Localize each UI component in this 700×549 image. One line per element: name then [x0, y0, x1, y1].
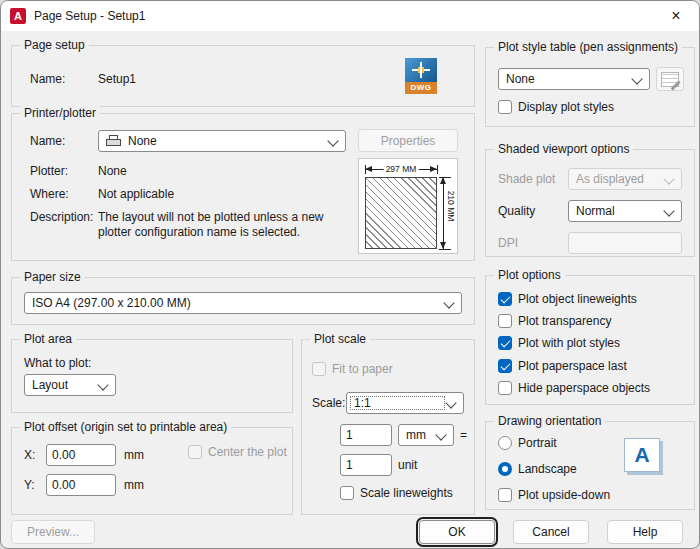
dimension-tick	[439, 249, 451, 250]
description-label: Description:	[30, 210, 93, 224]
offset-x-label: X:	[24, 448, 35, 462]
titlebar: A Page Setup - Setup1 ×	[1, 1, 699, 31]
setup-name-value: Setup1	[98, 72, 136, 86]
window-title: Page Setup - Setup1	[34, 9, 145, 23]
checkbox-label: Plot with plot styles	[518, 336, 620, 350]
offset-y-label: Y:	[24, 478, 35, 492]
center-the-plot-checkbox: Center the plot	[188, 445, 287, 459]
paper-size-combobox[interactable]: ISO A4 (297.00 x 210.00 MM)	[24, 292, 462, 314]
checkbox-label: Fit to paper	[332, 362, 393, 376]
chevron-down-icon	[327, 135, 338, 146]
where-value: Not applicable	[98, 187, 174, 201]
edit-plot-style-table-icon	[661, 72, 679, 87]
plot-offset-group: Plot offset (origin set to printable are…	[11, 427, 293, 515]
display-plot-styles-checkbox[interactable]: Display plot styles	[498, 100, 614, 114]
orientation-page-face: A	[624, 438, 660, 472]
cancel-button[interactable]: Cancel	[513, 520, 589, 544]
orientation-page-icon: A	[624, 438, 666, 478]
plotter-value: None	[98, 164, 127, 178]
checkbox-label: Center the plot	[208, 445, 287, 459]
paper-units-value: mm	[406, 428, 426, 442]
paper-units-input[interactable]	[340, 424, 392, 446]
ok-button[interactable]: OK	[419, 520, 495, 544]
dwg-file-icon: DWG	[405, 58, 437, 94]
checkbox-label: Display plot styles	[518, 100, 614, 114]
checkbox-label: Hide paperspace objects	[518, 381, 650, 395]
setup-name-label: Name:	[30, 72, 65, 86]
chevron-down-icon	[443, 297, 454, 308]
chevron-down-icon	[631, 73, 642, 84]
dwg-badge: DWG	[405, 82, 437, 94]
checkbox-label: Plot object lineweights	[518, 292, 637, 306]
plot-options-legend: Plot options	[494, 268, 565, 283]
close-icon: ×	[671, 7, 680, 25]
radio-circle	[498, 462, 512, 476]
height-dimension-line	[443, 177, 444, 249]
offset-x-input[interactable]	[46, 444, 116, 466]
paper-size-value: ISO A4 (297.00 x 210.00 MM)	[32, 296, 191, 310]
offset-y-unit: mm	[124, 478, 144, 492]
checkbox-box	[498, 381, 512, 395]
help-button[interactable]: Help	[607, 520, 683, 544]
plot-area-group: Plot area What to plot: Layout	[11, 339, 293, 413]
landscape-radio[interactable]: Landscape	[498, 462, 577, 476]
plot-object-lineweights-checkbox[interactable]: Plot object lineweights	[498, 292, 637, 306]
plot-scale-group: Plot scale Fit to paper Scale: 1:1 mm = …	[301, 339, 475, 515]
page-setup-legend: Page setup	[20, 38, 89, 53]
plot-paperspace-last-checkbox[interactable]: Plot paperspace last	[498, 359, 627, 373]
fit-to-paper-checkbox: Fit to paper	[312, 362, 393, 376]
chevron-down-icon	[445, 397, 456, 408]
chevron-down-icon	[663, 173, 674, 184]
drawing-orientation-legend: Drawing orientation	[494, 414, 605, 429]
offset-x-unit: mm	[124, 448, 144, 462]
checkbox-box	[498, 292, 512, 306]
page-setup-group: Page setup Name: Setup1 DWG	[11, 45, 475, 107]
printer-plotter-group: Printer/plotter Name: None Properties Pl…	[11, 113, 475, 261]
drawing-units-label: unit	[398, 458, 417, 472]
offset-y-input[interactable]	[46, 474, 116, 496]
where-label: Where:	[30, 187, 69, 201]
plot-options-group: Plot options Plot object lineweights Plo…	[485, 275, 695, 405]
dpi-input	[568, 232, 682, 254]
chevron-down-icon	[97, 379, 108, 390]
shade-plot-combobox: As displayed	[568, 168, 682, 190]
checkbox-box	[498, 100, 512, 114]
plot-style-table-combobox[interactable]: None	[498, 68, 650, 90]
printer-name-label: Name:	[30, 134, 65, 148]
quality-combobox[interactable]: Normal	[568, 200, 682, 222]
plot-upside-down-checkbox[interactable]: Plot upside-down	[498, 488, 610, 502]
chevron-down-icon	[663, 205, 674, 216]
what-to-plot-combobox[interactable]: Layout	[24, 374, 116, 396]
checkbox-box	[498, 336, 512, 350]
hide-paperspace-objects-checkbox[interactable]: Hide paperspace objects	[498, 381, 650, 395]
paper-sheet-hatch	[365, 177, 437, 249]
page-setup-dialog: A Page Setup - Setup1 × Page setup Name:…	[0, 0, 700, 549]
drawing-units-input[interactable]	[340, 454, 392, 476]
plot-style-table-legend: Plot style table (pen assignments)	[494, 40, 682, 55]
checkbox-label: Plot transparency	[518, 314, 611, 328]
checkbox-label: Plot paperspace last	[518, 359, 627, 373]
description-value: The layout will not be plotted unless a …	[98, 210, 354, 240]
dpi-label: DPI	[498, 236, 518, 250]
printer-icon	[106, 135, 122, 148]
plot-offset-legend: Plot offset (origin set to printable are…	[20, 420, 231, 435]
portrait-radio[interactable]: Portrait	[498, 436, 557, 450]
width-dimension-line: 297 MM	[365, 169, 437, 170]
scale-lineweights-checkbox[interactable]: Scale lineweights	[340, 486, 453, 500]
plot-transparency-checkbox[interactable]: Plot transparency	[498, 314, 611, 328]
equals-sign: =	[460, 428, 467, 442]
scale-combobox[interactable]: 1:1	[346, 392, 464, 414]
shade-plot-label: Shade plot	[498, 172, 555, 186]
paper-units-combobox[interactable]: mm	[398, 424, 454, 446]
plot-area-legend: Plot area	[20, 332, 76, 347]
close-button[interactable]: ×	[653, 1, 699, 31]
printer-name-combobox[interactable]: None	[98, 130, 346, 152]
paper-width-label: 297 MM	[384, 164, 419, 174]
preview-button: Preview...	[11, 520, 95, 544]
plot-with-plot-styles-checkbox[interactable]: Plot with plot styles	[498, 336, 620, 350]
checkbox-label: Scale lineweights	[360, 486, 453, 500]
radio-label: Portrait	[518, 436, 557, 450]
edit-plot-style-table-button	[656, 67, 684, 91]
orientation-letter: A	[634, 443, 649, 467]
printer-plotter-legend: Printer/plotter	[20, 106, 100, 121]
